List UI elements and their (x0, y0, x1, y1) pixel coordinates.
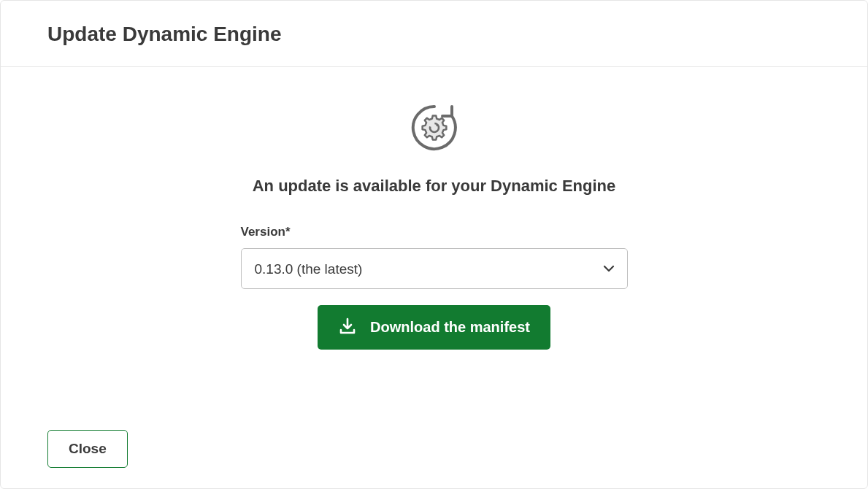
version-label: Version* (241, 225, 628, 239)
dialog-title: Update Dynamic Engine (47, 23, 821, 46)
download-icon (338, 317, 357, 338)
form-section: Version* 0.13.0 (the latest) (241, 225, 628, 350)
update-available-heading: An update is available for your Dynamic … (253, 177, 616, 196)
download-button-label: Download the manifest (370, 319, 530, 336)
dialog-header: Update Dynamic Engine (1, 1, 867, 67)
update-dialog: Update Dynamic Engine An update is avail… (0, 0, 868, 489)
dialog-footer: Close (1, 430, 867, 488)
download-manifest-button[interactable]: Download the manifest (318, 305, 550, 350)
version-select[interactable]: 0.13.0 (the latest) (241, 248, 628, 289)
close-button[interactable]: Close (47, 430, 128, 468)
dialog-body: An update is available for your Dynamic … (1, 67, 867, 430)
update-gear-icon (410, 102, 458, 156)
version-select-wrap: 0.13.0 (the latest) (241, 248, 628, 289)
